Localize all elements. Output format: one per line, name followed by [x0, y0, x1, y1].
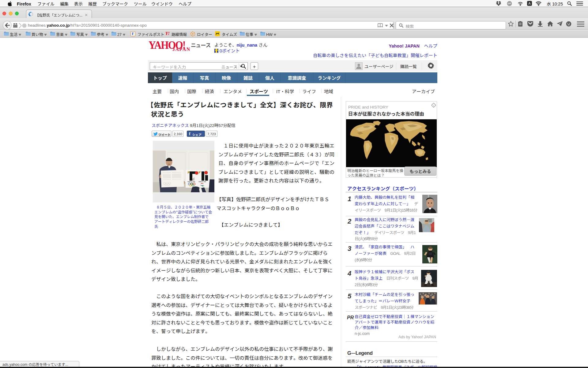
svg-text:TOKYO 2020: TOKYO 2020	[198, 181, 206, 182]
svg-text:i: i	[433, 104, 434, 107]
svg-text:TOKYO 2020: TOKYO 2020	[187, 181, 195, 182]
